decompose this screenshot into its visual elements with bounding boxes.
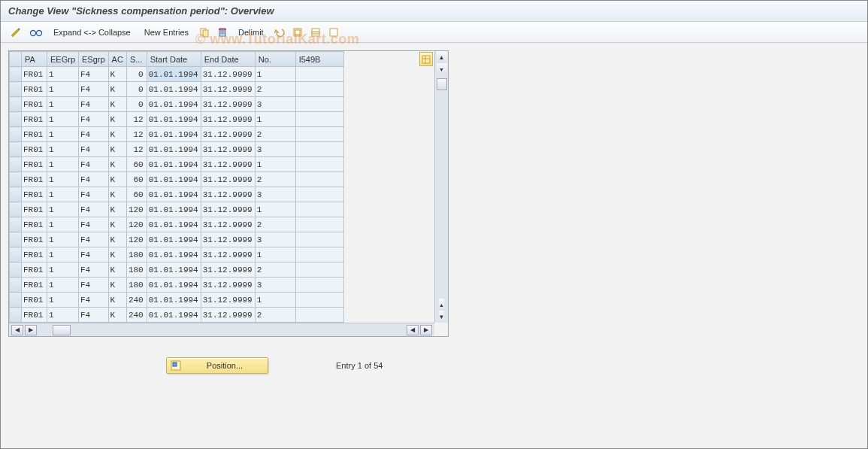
cell-s[interactable]: 120 [126,232,147,247]
table-row[interactable]: FR011F4K24001.01.199431.12.99991 [10,293,344,308]
cell-no[interactable]: 3 [255,97,295,112]
col-header-no[interactable]: No. [255,52,295,67]
cell-esgrp[interactable]: F4 [79,172,109,187]
cell-no[interactable]: 3 [255,142,295,157]
cell-eegrp[interactable]: 1 [47,127,79,142]
cell-s[interactable]: 0 [126,67,147,82]
cell-start[interactable]: 01.01.1994 [147,262,201,278]
table-row[interactable]: FR011F4K6001.01.199431.12.99993 [10,187,344,202]
cell-eegrp[interactable]: 1 [47,232,79,247]
scroll-up-step-icon[interactable]: ▼ [437,63,447,75]
row-selector[interactable] [10,278,22,293]
cell-end[interactable]: 31.12.9999 [201,308,255,323]
cell-no[interactable]: 1 [255,247,295,262]
cell-s[interactable]: 120 [126,217,147,232]
cell-i549b[interactable] [295,202,343,217]
table-row[interactable]: FR011F4K1201.01.199431.12.99991 [10,112,344,127]
cell-esgrp[interactable]: F4 [79,97,109,112]
cell-esgrp[interactable]: F4 [79,112,109,127]
cell-s[interactable]: 120 [126,202,147,217]
cell-pa[interactable]: FR01 [22,67,47,82]
cell-s[interactable]: 180 [126,247,147,262]
cell-start[interactable]: 01.01.1994 [147,308,201,323]
cell-start[interactable]: 01.01.1994 [147,67,201,82]
cell-ac[interactable]: K [108,262,126,278]
row-selector[interactable] [10,217,22,232]
col-header-end[interactable]: End Date [201,52,255,67]
cell-end[interactable]: 31.12.9999 [201,262,255,278]
row-selector[interactable] [10,82,22,97]
cell-s[interactable]: 60 [126,157,147,172]
table-row[interactable]: FR011F4K6001.01.199431.12.99992 [10,172,344,187]
cell-ac[interactable]: K [108,247,126,262]
cell-ac[interactable]: K [108,308,126,323]
cell-ac[interactable]: K [108,67,126,82]
row-selector[interactable] [10,97,22,112]
cell-eegrp[interactable]: 1 [47,112,79,127]
cell-esgrp[interactable]: F4 [79,278,109,293]
undo-icon[interactable] [271,25,288,40]
col-header-s[interactable]: S... [126,52,147,67]
cell-esgrp[interactable]: F4 [79,262,109,278]
cell-end[interactable]: 31.12.9999 [201,247,255,262]
cell-esgrp[interactable]: F4 [79,142,109,157]
cell-i549b[interactable] [295,142,343,157]
table-row[interactable]: FR011F4K001.01.199431.12.99993 [10,97,344,112]
glasses-icon[interactable] [26,25,46,40]
row-selector[interactable] [10,112,22,127]
hscroll-left2-icon[interactable]: ◀ [407,325,419,335]
cell-s[interactable]: 0 [126,82,147,97]
table-row[interactable]: FR011F4K001.01.199431.12.99992 [10,82,344,97]
row-selector[interactable] [10,67,22,82]
cell-i549b[interactable] [295,112,343,127]
cell-eegrp[interactable]: 1 [47,247,79,262]
delimit-button[interactable]: Delimit [232,28,270,37]
cell-i549b[interactable] [295,217,343,232]
cell-i549b[interactable] [295,293,343,308]
select-block-icon[interactable] [307,25,324,40]
cell-i549b[interactable] [295,172,343,187]
hscroll-thumb[interactable] [53,325,71,335]
cell-start[interactable]: 01.01.1994 [147,278,201,293]
cell-ac[interactable]: K [108,217,126,232]
cell-ac[interactable]: K [108,187,126,202]
table-row[interactable]: FR011F4K001.01.199431.12.99991 [10,67,344,82]
cell-end[interactable]: 31.12.9999 [201,67,255,82]
cell-no[interactable]: 2 [255,127,295,142]
cell-ac[interactable]: K [108,232,126,247]
cell-esgrp[interactable]: F4 [79,127,109,142]
cell-i549b[interactable] [295,232,343,247]
horizontal-scrollbar[interactable]: ◀ ▶ ◀ ▶ [9,323,434,336]
row-selector[interactable] [10,172,22,187]
cell-ac[interactable]: K [108,293,126,308]
col-header-eegrp[interactable]: EEGrp [47,52,79,67]
cell-pa[interactable]: FR01 [22,157,47,172]
cell-start[interactable]: 01.01.1994 [147,217,201,232]
cell-eegrp[interactable]: 1 [47,202,79,217]
cell-i549b[interactable] [295,127,343,142]
row-selector[interactable] [10,187,22,202]
row-selector[interactable] [10,293,22,308]
row-selector[interactable] [10,127,22,142]
cell-no[interactable]: 1 [255,293,295,308]
position-button[interactable]: Position... [166,357,268,374]
expand-collapse-button[interactable]: Expand <-> Collapse [47,28,137,37]
cell-start[interactable]: 01.01.1994 [147,127,201,142]
cell-end[interactable]: 31.12.9999 [201,187,255,202]
row-selector[interactable] [10,142,22,157]
cell-pa[interactable]: FR01 [22,293,47,308]
hscroll-right2-icon[interactable]: ▶ [420,325,432,335]
cell-pa[interactable]: FR01 [22,127,47,142]
cell-ac[interactable]: K [108,172,126,187]
cell-i549b[interactable] [295,308,343,323]
vertical-scrollbar[interactable]: ▲ ▼ ▲ ▼ [434,51,448,323]
cell-eegrp[interactable]: 1 [47,262,79,278]
col-header-ac[interactable]: AC [108,52,126,67]
cell-ac[interactable]: K [108,142,126,157]
scroll-up-icon[interactable]: ▲ [437,51,447,63]
cell-start[interactable]: 01.01.1994 [147,157,201,172]
table-row[interactable]: FR011F4K18001.01.199431.12.99993 [10,278,344,293]
col-header-esgrp[interactable]: ESgrp [79,52,109,67]
cell-no[interactable]: 1 [255,67,295,82]
cell-no[interactable]: 2 [255,217,295,232]
